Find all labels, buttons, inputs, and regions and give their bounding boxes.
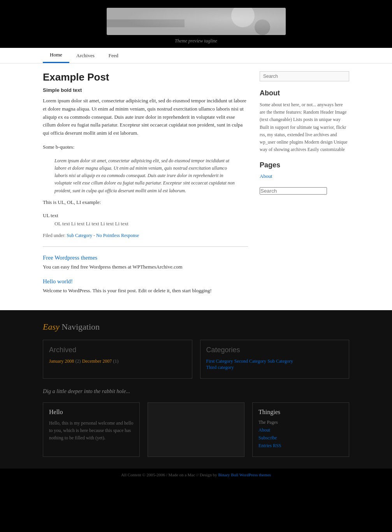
footer-dig-deeper: Dig a little deeper into the rabbit hole…: [43, 388, 349, 395]
footer-hello-title: Hello: [49, 409, 134, 416]
footer-hello-box: Hello Hello, this is my personal welcome…: [43, 402, 140, 457]
post-subtitle: Simple bold text: [43, 87, 248, 93]
footer-cat-third[interactable]: Third category: [206, 365, 234, 370]
footer-category-links: First Category Second Category Sub Categ…: [206, 358, 343, 370]
secondary-post-2: Hello world! Welcome to WordPress. This …: [43, 278, 248, 295]
ul-ol-label: This is UL, OL, LI example:: [43, 198, 248, 207]
footer-cat-sub[interactable]: Sub Category: [267, 358, 293, 364]
footer-bottom-row: Hello Hello, this is my personal welcome…: [43, 402, 349, 457]
footer-archive-jan2008[interactable]: January 2008: [49, 358, 74, 364]
secondary-post-2-title[interactable]: Hello world!: [43, 278, 248, 285]
sidebar-about-text: Some about text here, or not... anyways …: [260, 101, 349, 153]
footer-thingies-pages-label: The Pages: [258, 420, 343, 425]
nav-feed[interactable]: Feed: [102, 49, 125, 63]
ul-label: UL text: [43, 212, 248, 219]
filed-under: Filed under: Sub Category - No Pointless…: [43, 233, 248, 239]
footer-easy-nav: Easy Navigation: [43, 322, 349, 332]
footer-archived-title: Archived: [49, 346, 186, 354]
post-divider: [43, 246, 248, 247]
footer-thingies-box: Thingies The Pages About Subscribe Entri…: [252, 402, 349, 457]
footer-easy: Easy: [43, 322, 60, 332]
svg-point-2: [241, 8, 268, 28]
footer-archive-dec2007[interactable]: December 2007: [82, 358, 112, 364]
footer-bottom-link[interactable]: Binary Bull WordPress themes: [218, 472, 271, 477]
sidebar-pages-title: Pages: [260, 161, 349, 169]
footer-archived-col: Archived January 2008 (2) December 2007 …: [43, 340, 192, 379]
main-wrapper: Example Post Simple bold text Lorem ipsu…: [0, 63, 392, 310]
header-image: [107, 8, 286, 35]
footer-columns: Archived January 2008 (2) December 2007 …: [43, 340, 349, 379]
svg-rect-4: [204, 12, 235, 31]
footer-thingies-subscribe[interactable]: Subscribe: [258, 435, 343, 441]
footer-cat-first[interactable]: First Category: [206, 358, 233, 364]
sidebar-pages-about[interactable]: About: [260, 173, 272, 179]
sidebar-search-top: [260, 71, 349, 81]
footer-middle-box: [148, 402, 244, 457]
filed-separator: -: [93, 233, 96, 238]
sidebar-search-bottom: [260, 187, 349, 195]
post-blockquote: Lorem ipsum dolor sit amet, consectetur …: [54, 157, 236, 195]
site-tagline: Theme preview tagline: [0, 38, 392, 44]
footer-thingies-about[interactable]: About: [258, 427, 343, 433]
footer-cat-second[interactable]: Second Category: [234, 358, 266, 364]
secondary-post-2-body: Welcome to WordPress. This is your first…: [43, 287, 248, 295]
svg-point-5: [218, 16, 229, 27]
footer-archive-dec2007-count: (1): [113, 358, 118, 364]
svg-rect-1: [107, 8, 185, 35]
nav-home[interactable]: Home: [43, 48, 69, 63]
footer-thingies-title: Thingies: [258, 409, 343, 416]
footer-navigation: Navigation: [60, 322, 100, 332]
filed-link-nopointless[interactable]: No Pointless Response: [96, 233, 139, 238]
post-body: Lorem ipsum dolor sit amet, consectetur …: [43, 97, 248, 137]
footer-thingies-rss[interactable]: Entries RSS: [258, 443, 343, 449]
filed-link-subcategory[interactable]: Sub Category: [67, 233, 92, 238]
navigation-bar: Home Archives Feed: [0, 48, 392, 63]
search-input-bottom[interactable]: [260, 187, 327, 195]
sidebar: About Some about text here, or not... an…: [260, 71, 349, 302]
footer-categories-title: Categories: [206, 346, 343, 354]
site-header: Theme preview tagline: [0, 0, 392, 48]
footer-categories-col: Categories First Category Second Categor…: [200, 340, 350, 379]
ol-label: OL text Li text Li text Li text Li text: [54, 221, 248, 227]
some-bquotes-label: Some b-quotes:: [43, 143, 248, 151]
nav-archives[interactable]: Archives: [69, 49, 102, 63]
footer-archive-jan2008-count: (2): [76, 358, 81, 364]
sidebar-about-title: About: [260, 89, 349, 97]
filed-under-label: Filed under:: [43, 233, 65, 238]
svg-rect-6: [126, 16, 185, 27]
post-title: Example Post: [43, 71, 248, 83]
footer-bottom: All Content © 2005-2006 / Made on a Mac …: [0, 469, 392, 481]
main-content: Example Post Simple bold text Lorem ipsu…: [43, 71, 248, 302]
footer-bottom-text: All Content © 2005-2006 / Made on a Mac …: [121, 472, 217, 477]
secondary-post-1: Free Wordpress themes You can easy find …: [43, 255, 248, 271]
post-list: UL text OL text Li text Li text Li text …: [43, 212, 248, 227]
svg-rect-0: [107, 8, 286, 35]
secondary-post-1-title[interactable]: Free Wordpress themes: [43, 255, 248, 261]
search-input-top[interactable]: [260, 71, 349, 81]
main-post: Example Post Simple bold text Lorem ipsu…: [43, 71, 248, 239]
secondary-post-1-body: You can easy find free Wordpress themes …: [43, 263, 248, 271]
footer-hello-body: Hello, this is my personal welcome and h…: [49, 420, 134, 442]
footer-archive-items: January 2008 (2) December 2007 (1): [49, 358, 186, 364]
footer-dark: Easy Navigation Archived January 2008 (2…: [0, 310, 392, 469]
svg-point-3: [262, 19, 278, 35]
